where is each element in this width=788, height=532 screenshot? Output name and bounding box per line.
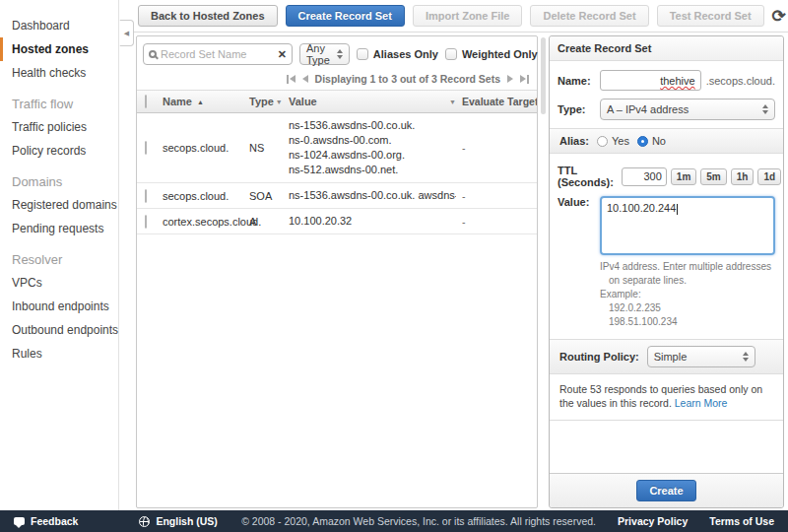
weighted-only-label: Weighted Only bbox=[462, 48, 538, 60]
value-field-row: Value: 10.100.20.244 bbox=[558, 196, 775, 255]
stepper-icon bbox=[337, 49, 343, 59]
sidebar-item-policy-records[interactable]: Policy records bbox=[0, 139, 118, 163]
sidebar-item-vpcs[interactable]: VPCs bbox=[0, 271, 118, 295]
sidebar-collapse-button[interactable]: ◀ bbox=[119, 20, 134, 46]
row-checkbox[interactable] bbox=[145, 189, 147, 203]
name-label: Name: bbox=[558, 75, 595, 87]
import-zone-file-button[interactable]: Import Zone File bbox=[413, 5, 523, 27]
sidebar-item-inbound-endpoints[interactable]: Inbound endpoints bbox=[0, 295, 118, 318]
ttl-label: TTL (Seconds): bbox=[558, 165, 614, 188]
record-set-search[interactable]: ✕ bbox=[143, 43, 293, 65]
feedback-button[interactable]: Feedback bbox=[14, 515, 78, 527]
stepper-icon bbox=[743, 352, 749, 362]
sidebar-item-hosted-zones[interactable]: Hosted zones bbox=[0, 37, 118, 61]
pagination: Displaying 1 to 3 out of 3 Record Sets bbox=[137, 70, 537, 90]
ttl-input[interactable] bbox=[622, 167, 667, 186]
value-hint: IPv4 address. Enter multiple addresses o… bbox=[600, 260, 775, 329]
column-header-value[interactable]: Value ▼ bbox=[289, 96, 462, 107]
sidebar-item-registered-domains[interactable]: Registered domains bbox=[0, 193, 118, 217]
table-empty-area bbox=[137, 234, 537, 507]
create-record-set-panel: Create Record Set Name: thehive .secops.… bbox=[549, 35, 784, 508]
record-value: 10.100.20.32 bbox=[289, 214, 462, 229]
sidebar-item-outbound-endpoints[interactable]: Outbound endpoints bbox=[0, 318, 118, 342]
create-record-set-button[interactable]: Create Record Set bbox=[286, 5, 405, 27]
type-select-value: A – IPv4 address bbox=[607, 103, 689, 115]
learn-more-link[interactable]: Learn More bbox=[675, 397, 728, 409]
value-label: Value: bbox=[558, 196, 595, 208]
table-row[interactable]: cortex.secops.cloud. A 10.100.20.32 - bbox=[137, 209, 537, 234]
sidebar-item-pending-requests[interactable]: Pending requests bbox=[0, 217, 118, 240]
panel-footer: Create bbox=[550, 473, 783, 507]
row-checkbox[interactable] bbox=[145, 141, 147, 155]
routing-policy-value: Simple bbox=[654, 351, 688, 363]
create-button[interactable]: Create bbox=[636, 480, 695, 501]
aliases-only-checkbox[interactable] bbox=[357, 48, 368, 60]
refresh-icon[interactable]: ⟳ bbox=[772, 8, 786, 25]
aliases-only-label: Aliases Only bbox=[373, 48, 438, 60]
ttl-1m-button[interactable]: 1m bbox=[671, 168, 696, 185]
language-selector[interactable]: English (US) bbox=[139, 515, 217, 527]
routing-policy-select[interactable]: Simple bbox=[647, 346, 755, 367]
terms-of-use-link[interactable]: Terms of Use bbox=[709, 515, 774, 527]
routing-policy-row: Routing Policy: Simple bbox=[550, 339, 783, 374]
route53-console: Dashboard Hosted zones Health checks Tra… bbox=[0, 0, 788, 532]
toolbar: Back to Hosted Zones Create Record Set I… bbox=[120, 0, 788, 33]
delete-record-set-button[interactable]: Delete Record Set bbox=[530, 5, 648, 27]
pagination-text: Displaying 1 to 3 out of 3 Record Sets bbox=[315, 73, 500, 85]
type-label: Type: bbox=[558, 103, 595, 115]
row-checkbox[interactable] bbox=[145, 215, 147, 229]
alias-no-radio[interactable] bbox=[637, 136, 648, 147]
record-type: SOA bbox=[249, 190, 289, 202]
name-field-row: Name: thehive .secops.cloud. bbox=[558, 70, 775, 91]
alias-yes-label: Yes bbox=[612, 135, 629, 147]
ttl-1d-button[interactable]: 1d bbox=[757, 168, 781, 185]
panel-body: Name: thehive .secops.cloud. Type: A – I… bbox=[550, 61, 783, 473]
sidebar-item-rules[interactable]: Rules bbox=[0, 342, 118, 366]
sort-asc-icon: ▲ bbox=[197, 99, 204, 105]
ttl-field-row: TTL (Seconds): 1m 5m 1h 1d bbox=[558, 165, 775, 188]
clear-search-icon[interactable]: ✕ bbox=[278, 48, 287, 61]
page-footer: Feedback English (US) © 2008 - 2020, Ama… bbox=[0, 510, 788, 532]
name-input[interactable]: thehive bbox=[600, 70, 701, 91]
type-filter-value: Any Type bbox=[306, 42, 330, 66]
sidebar-item-health-checks[interactable]: Health checks bbox=[0, 61, 118, 85]
column-header-name[interactable]: Name ▲ bbox=[163, 96, 249, 107]
routing-policy-note: Route 53 responds to queries based only … bbox=[550, 374, 783, 421]
type-filter-select[interactable]: Any Type bbox=[299, 43, 350, 65]
weighted-only-checkbox[interactable] bbox=[445, 48, 457, 60]
record-name: cortex.secops.cloud. bbox=[163, 216, 249, 228]
sidebar-item-traffic-policies[interactable]: Traffic policies bbox=[0, 115, 118, 139]
ttl-1h-button[interactable]: 1h bbox=[731, 168, 755, 185]
filter-caret-icon: ▼ bbox=[449, 99, 456, 105]
value-textarea[interactable]: 10.100.20.244 bbox=[600, 196, 775, 255]
record-value: ns-1536.awsdns-00.co.uk. awsdns-hostmast… bbox=[289, 188, 462, 203]
search-icon bbox=[149, 50, 157, 58]
type-select[interactable]: A – IPv4 address bbox=[600, 99, 775, 120]
table-row[interactable]: secops.cloud. NS ns-1536.awsdns-00.co.uk… bbox=[137, 113, 537, 183]
name-suffix: .secops.cloud. bbox=[706, 75, 775, 87]
globe-icon bbox=[139, 516, 150, 527]
column-header-type[interactable]: Type ▼ bbox=[249, 96, 289, 107]
test-record-set-button[interactable]: Test Record Set bbox=[657, 5, 764, 27]
panel-title: Create Record Set bbox=[550, 36, 783, 61]
search-input[interactable] bbox=[161, 48, 274, 60]
alias-yes-radio[interactable] bbox=[597, 136, 608, 147]
sidebar-item-dashboard[interactable]: Dashboard bbox=[0, 14, 118, 37]
table-row[interactable]: secops.cloud. SOA ns-1536.awsdns-00.co.u… bbox=[137, 183, 537, 209]
back-to-hosted-zones-button[interactable]: Back to Hosted Zones bbox=[138, 5, 278, 27]
alias-label: Alias: bbox=[559, 135, 589, 147]
prev-page-icon[interactable] bbox=[302, 75, 308, 83]
record-value: ns-1536.awsdns-00.co.uk. ns-0.awsdns-00.… bbox=[289, 118, 462, 177]
privacy-policy-link[interactable]: Privacy Policy bbox=[618, 515, 688, 527]
next-page-icon[interactable] bbox=[507, 75, 513, 83]
column-header-evaluate-target[interactable]: Evaluate Target bbox=[462, 96, 537, 107]
last-page-icon[interactable] bbox=[520, 75, 529, 84]
record-evaluate-target: - bbox=[462, 142, 537, 154]
text-caret bbox=[677, 204, 678, 215]
first-page-icon[interactable] bbox=[287, 75, 296, 84]
scrollbar[interactable] bbox=[541, 37, 546, 114]
select-all-checkbox[interactable] bbox=[145, 95, 147, 108]
record-type: NS bbox=[249, 142, 289, 154]
ttl-5m-button[interactable]: 5m bbox=[700, 168, 726, 185]
record-name: secops.cloud. bbox=[163, 190, 249, 202]
